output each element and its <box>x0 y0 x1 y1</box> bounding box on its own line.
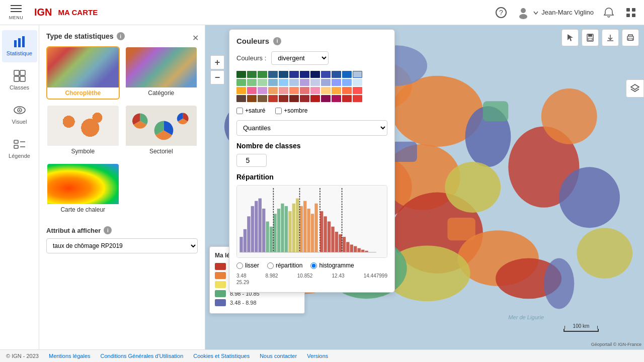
swatch[interactable] <box>258 87 267 94</box>
histogramme-radio[interactable] <box>310 262 317 269</box>
swatch[interactable] <box>300 71 309 78</box>
attrib-info[interactable]: i <box>104 226 112 234</box>
swatch[interactable] <box>342 87 352 94</box>
swatch[interactable] <box>258 79 267 86</box>
legend-color-1 <box>215 263 226 270</box>
swatch[interactable] <box>353 79 362 86</box>
swatch[interactable] <box>353 95 362 102</box>
sidebar-item-classes[interactable]: Classes <box>2 64 37 97</box>
lisser-radio[interactable] <box>236 262 243 269</box>
swatch[interactable] <box>236 87 246 94</box>
apps-icon[interactable] <box>624 6 638 20</box>
swatch[interactable] <box>321 95 331 102</box>
swatch[interactable] <box>268 79 278 86</box>
swatch[interactable] <box>310 87 320 94</box>
svg-rect-13 <box>14 76 19 81</box>
swatch[interactable] <box>310 95 320 102</box>
sombre-checkbox-label[interactable]: +sombre <box>275 107 307 114</box>
swatch[interactable] <box>289 95 299 102</box>
sombre-checkbox[interactable] <box>275 108 282 114</box>
swatch[interactable] <box>321 71 331 78</box>
mentions-legales-link[interactable]: Mentions légales <box>49 353 91 359</box>
swatch[interactable] <box>300 87 309 94</box>
swatch[interactable] <box>289 79 299 86</box>
nombre-classes-input[interactable] <box>236 154 267 167</box>
sature-checkbox-label[interactable]: +saturé <box>236 107 265 114</box>
swatch[interactable] <box>279 87 288 94</box>
swatch[interactable] <box>332 71 341 78</box>
stat-card-choropleth[interactable]: Choroplèthe <box>46 46 120 100</box>
swatch[interactable] <box>342 71 352 78</box>
panel-close-button[interactable]: ✕ <box>190 32 201 43</box>
swatch[interactable] <box>268 95 278 102</box>
swatch-selected[interactable] <box>353 71 362 78</box>
swatch[interactable] <box>321 79 331 86</box>
sidebar-item-legende[interactable]: Légende <box>2 133 37 165</box>
swatch[interactable] <box>321 87 331 94</box>
swatch[interactable] <box>258 71 267 78</box>
cookies-link[interactable]: Cookies et Statistiques <box>193 353 250 359</box>
notification-icon[interactable] <box>602 6 616 20</box>
swatch[interactable] <box>247 87 257 94</box>
contact-link[interactable]: Nous contacter <box>260 353 297 359</box>
svg-rect-86 <box>447 218 475 240</box>
sidebar-item-visuel[interactable]: Visuel <box>2 99 37 131</box>
help-button[interactable]: ? <box>494 6 508 20</box>
swatch[interactable] <box>289 87 299 94</box>
swatch[interactable] <box>289 71 299 78</box>
swatch[interactable] <box>268 71 278 78</box>
swatch[interactable] <box>279 79 288 86</box>
map-select-tool[interactable] <box>561 29 579 46</box>
swatch[interactable] <box>279 95 288 102</box>
type-stats-info[interactable]: i <box>117 32 125 40</box>
swatch[interactable] <box>236 79 246 86</box>
user-area[interactable]: Jean-Marc Viglino <box>516 6 594 20</box>
lisser-radio-label[interactable]: lisser <box>236 262 259 269</box>
swatch[interactable] <box>247 71 257 78</box>
sature-checkbox[interactable] <box>236 108 243 114</box>
swatch[interactable] <box>342 79 352 86</box>
swatch[interactable] <box>268 87 278 94</box>
swatch[interactable] <box>342 95 352 102</box>
swatch[interactable] <box>300 95 309 102</box>
swatch[interactable] <box>332 79 341 86</box>
colors-info[interactable]: i <box>273 37 281 45</box>
stat-card-sectoriel[interactable]: Sectoriel <box>125 105 198 158</box>
zoom-out-button[interactable]: − <box>210 70 224 84</box>
swatch[interactable] <box>353 87 362 94</box>
swatch[interactable] <box>247 79 257 86</box>
colors-panel-title: Couleurs i <box>236 37 387 45</box>
attrib-select[interactable]: taux de chômage RP2019 <box>46 238 198 253</box>
cgu-link[interactable]: Conditions Générales d'Utilisation <box>101 353 184 359</box>
repartition-radio[interactable] <box>267 262 274 269</box>
map-download-tool[interactable] <box>602 29 619 46</box>
repartition-radio-label[interactable]: répartition <box>267 262 302 269</box>
swatch[interactable] <box>310 71 320 78</box>
layers-button[interactable] <box>626 79 644 98</box>
couleurs-select[interactable]: divergent séquentiel qualitatif <box>271 51 329 65</box>
map-print-tool[interactable] <box>622 29 639 46</box>
stat-card-chaleur[interactable]: Carte de chaleur <box>46 163 120 216</box>
svg-rect-50 <box>328 222 331 252</box>
quantiles-select[interactable]: Quantiles <box>236 120 387 136</box>
swatch[interactable] <box>332 87 341 94</box>
swatch[interactable] <box>279 71 288 78</box>
sidebar-item-statistique[interactable]: Statistique <box>2 30 37 62</box>
swatch[interactable] <box>310 79 320 86</box>
histogramme-radio-label[interactable]: histogramme <box>310 262 354 269</box>
copyright-text: © IGN - 2023 <box>6 353 39 359</box>
zoom-in-button[interactable]: + <box>210 55 224 69</box>
svg-rect-54 <box>343 237 346 252</box>
versions-link[interactable]: Versions <box>307 353 328 359</box>
menu-button[interactable]: MENU <box>6 3 26 23</box>
map-save-tool[interactable] <box>582 29 599 46</box>
palette-row-4 <box>236 95 387 102</box>
swatch[interactable] <box>236 71 246 78</box>
stat-card-symbole[interactable]: Symbole <box>46 105 120 158</box>
swatch[interactable] <box>332 95 341 102</box>
stat-card-categorie[interactable]: Catégorie <box>125 46 198 100</box>
swatch[interactable] <box>258 95 267 102</box>
swatch[interactable] <box>247 95 257 102</box>
swatch[interactable] <box>300 79 309 86</box>
swatch[interactable] <box>236 95 246 102</box>
